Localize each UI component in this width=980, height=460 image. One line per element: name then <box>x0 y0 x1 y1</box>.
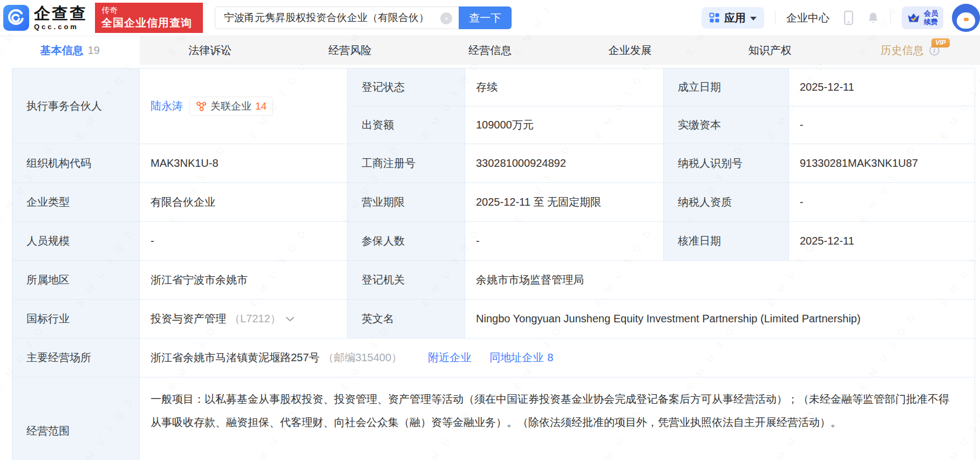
registry-label: 登记机关 <box>348 261 465 300</box>
reg-no-value: 330281000924892 <box>465 144 664 183</box>
tab-ip[interactable]: 知识产权 <box>700 36 840 65</box>
address-text: 浙江省余姚市马渚镇黄泥堰路257号 <box>151 350 319 365</box>
insured-count-value: - <box>465 222 664 261</box>
industry-name: 投资与资产管理 <box>151 312 226 326</box>
promo-line1: 传奇 <box>101 5 198 16</box>
tab-basic-label: 基本信息 <box>40 43 84 58</box>
partner-value: 陆永涛 关联企业 14 <box>140 69 348 144</box>
region-value: 浙江省宁波市余姚市 <box>140 261 348 300</box>
industry-value: 投资与资产管理 （L7212） <box>140 300 348 339</box>
notifications-icon[interactable] <box>867 11 880 24</box>
business-term-value: 2025-12-11 至 无固定期限 <box>465 183 664 222</box>
tab-history[interactable]: VIP 历史信息 i <box>840 36 980 65</box>
crown-icon <box>907 12 920 24</box>
paid-in-label: 实缴资本 <box>664 106 789 144</box>
tab-basic-count: 19 <box>88 44 100 57</box>
search-input[interactable] <box>215 7 459 29</box>
search-area: × 查一下 <box>215 6 512 29</box>
header-right-nav: 应用 企业中心 <box>702 4 980 32</box>
brand-domain: Qcc.com <box>34 23 87 31</box>
mobile-app-icon[interactable] <box>843 10 854 25</box>
staff-size-value: - <box>140 222 348 261</box>
address-label: 主要经营场所 <box>12 339 140 377</box>
status-value: 存续 <box>465 69 664 106</box>
paid-in-value: - <box>789 106 975 144</box>
scope-value: 一般项目：以私募基金从事股权投资、投资管理、资产管理等活动（须在中国证券投资基金… <box>140 377 975 460</box>
search-button[interactable]: 查一下 <box>459 6 512 29</box>
qcc-spiral-icon <box>5 7 27 29</box>
tab-development[interactable]: 企业发展 <box>560 36 700 65</box>
avatar[interactable] <box>952 4 980 32</box>
tax-id-value: 91330281MAK3NK1U87 <box>789 144 975 183</box>
same-address-companies-link[interactable]: 同地址企业8 <box>489 350 553 365</box>
status-label: 登记状态 <box>348 69 465 106</box>
divider <box>775 11 775 25</box>
reg-no-label: 工商注册号 <box>348 144 465 183</box>
taxpayer-quality-value: - <box>789 183 975 222</box>
staff-size-label: 人员规模 <box>12 222 140 261</box>
tab-risk[interactable]: 经营风险 <box>280 36 420 65</box>
industry-code: （L7212） <box>229 312 281 326</box>
capital-label: 出资额 <box>348 106 465 144</box>
address-value: 浙江省余姚市马渚镇黄泥堰路257号 （邮编315400） 附近企业 同地址企业8 <box>140 339 975 377</box>
approval-date-label: 核准日期 <box>664 222 789 261</box>
vip-line2: 续费 <box>924 18 938 26</box>
divider <box>890 11 891 25</box>
capital-value: 109000万元 <box>465 106 664 144</box>
tab-legal[interactable]: 法律诉讼 <box>140 36 280 65</box>
org-code-label: 组织机构代码 <box>12 144 140 183</box>
partner-name-link[interactable]: 陆永涛 <box>151 99 183 113</box>
vip-line1: 会员 <box>924 9 938 18</box>
qcc-logo[interactable] <box>3 5 29 31</box>
region-label: 所属地区 <box>12 261 140 300</box>
org-code-value: MAK3NK1U-8 <box>140 144 348 183</box>
promo-line2: 全国企业信用查询 <box>101 16 198 30</box>
tab-operation[interactable]: 经营信息 <box>420 36 560 65</box>
registry-value: 余姚市市场监督管理局 <box>465 261 975 300</box>
company-type-value: 有限合伙企业 <box>140 183 348 222</box>
brand-lockup: 企查查 Qcc.com <box>34 5 87 31</box>
brand-name: 企查查 <box>34 5 87 22</box>
established-value: 2025-12-11 <box>789 69 975 106</box>
related-company-icon <box>196 101 207 112</box>
english-name-value: Ningbo Yongyuan Junsheng Equity Investme… <box>465 300 975 339</box>
partner-label: 执行事务合伙人 <box>12 69 140 144</box>
enterprise-center-link[interactable]: 企业中心 <box>786 11 829 25</box>
industry-expand-chevron[interactable] <box>285 316 295 322</box>
scope-label: 经营范围 <box>12 377 140 460</box>
vip-renew-label: 会员 续费 <box>924 9 938 26</box>
vip-renew-button[interactable]: 会员 续费 <box>902 6 943 29</box>
apps-menu-button[interactable]: 应用 <box>702 7 764 29</box>
qcc-company-page: E M U 3 Q DE M U 3 Q DE M U 3 Q DE M U 3… <box>0 0 980 460</box>
insured-count-label: 参保人数 <box>348 222 465 261</box>
basic-info-table: 执行事务合伙人 陆永涛 关联企业 14 登记状态 存续 成立日期 2025-12… <box>12 68 975 460</box>
tab-basic-info[interactable]: 基本信息 19 <box>0 36 140 65</box>
promo-banner: 传奇 全国企业信用查询 <box>95 3 203 33</box>
approval-date-value: 2025-12-11 <box>789 222 975 261</box>
company-type-label: 企业类型 <box>12 183 140 222</box>
search-box: × <box>215 6 459 29</box>
established-label: 成立日期 <box>664 69 789 106</box>
taxpayer-quality-label: 纳税人资质 <box>664 183 789 222</box>
same-address-count: 8 <box>547 351 553 363</box>
vip-chip: VIP <box>931 38 949 48</box>
related-companies-button[interactable]: 关联企业 14 <box>189 97 273 116</box>
tab-bar: 基本信息 19 法律诉讼 经营风险 经营信息 企业发展 知识产权 VIP 历史信… <box>0 36 980 65</box>
industry-label: 国标行业 <box>12 300 140 339</box>
nearby-companies-link[interactable]: 附近企业 <box>428 350 471 365</box>
tax-id-label: 纳税人识别号 <box>664 144 789 183</box>
apps-label: 应用 <box>724 11 746 25</box>
caret-down-icon <box>750 17 757 21</box>
top-header: 企查查 Qcc.com 传奇 全国企业信用查询 × 查一下 应用 <box>0 0 980 36</box>
apps-grid-icon <box>709 12 720 23</box>
english-name-label: 英文名 <box>348 300 465 339</box>
address-postcode: （邮编315400） <box>323 350 402 365</box>
business-term-label: 营业期限 <box>348 183 465 222</box>
clear-search-icon[interactable]: × <box>440 12 452 24</box>
